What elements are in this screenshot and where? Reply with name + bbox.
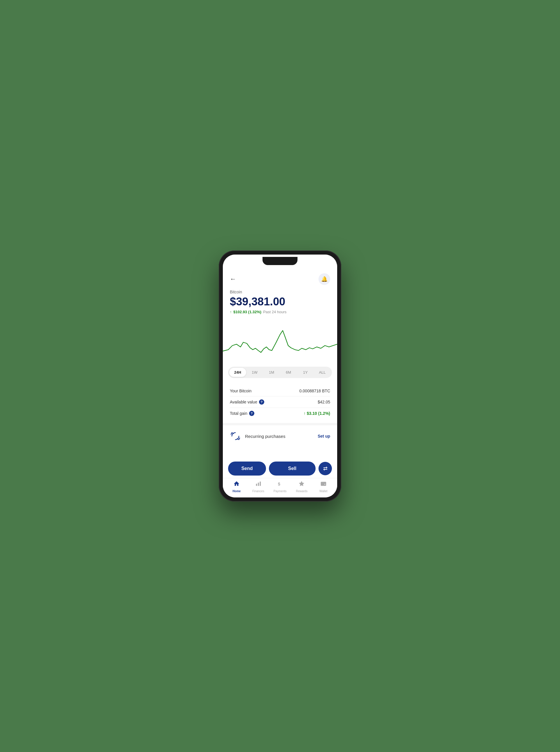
- change-amount: $102.93 (1.32%): [233, 310, 261, 314]
- recurring-section: Recurring purchases Set up: [223, 425, 337, 447]
- back-button[interactable]: ←: [230, 275, 236, 283]
- send-button[interactable]: Send: [228, 462, 266, 476]
- recurring-label: Recurring purchases: [245, 434, 285, 439]
- stat-row-bitcoin: Your Bitcoin 0.00088718 BTC: [230, 386, 330, 397]
- filter-1w[interactable]: 1W: [246, 368, 263, 377]
- spacer: [223, 447, 337, 459]
- bottom-nav: Home Finances $ Payments: [223, 478, 337, 498]
- section-divider: [223, 423, 337, 425]
- header: ← 🔔: [223, 267, 337, 288]
- price-value: $39,381.00: [230, 295, 330, 308]
- swap-button[interactable]: ⇄: [319, 462, 332, 475]
- available-text: Available value: [230, 400, 257, 404]
- finances-icon: [255, 481, 262, 489]
- stats-section: Your Bitcoin 0.00088718 BTC Available va…: [223, 383, 337, 423]
- sell-button[interactable]: Sell: [269, 462, 316, 476]
- svg-rect-4: [321, 482, 326, 486]
- swap-icon: ⇄: [323, 465, 327, 472]
- change-period: Past 24 hours: [263, 310, 286, 314]
- available-value: $42.05: [318, 400, 330, 404]
- nav-item-wallet[interactable]: Wallet: [313, 481, 334, 493]
- recurring-icon: [230, 430, 241, 442]
- gain-label: Total gain ?: [230, 411, 254, 416]
- nav-item-rewards[interactable]: Rewards: [291, 481, 313, 493]
- svg-rect-0: [256, 484, 257, 486]
- bell-icon: 🔔: [321, 276, 327, 282]
- phone-screen: ← 🔔 Bitcoin $39,381.00 ↑ $102.93 (1.32%)…: [223, 254, 337, 498]
- setup-button[interactable]: Set up: [318, 434, 330, 439]
- coin-name: Bitcoin: [230, 290, 330, 294]
- nav-rewards-label: Rewards: [296, 489, 307, 493]
- wallet-icon: [320, 481, 327, 489]
- nav-wallet-label: Wallet: [319, 489, 327, 493]
- bitcoin-value: 0.00088718 BTC: [299, 389, 330, 393]
- gain-text: Total gain: [230, 411, 247, 416]
- stat-row-gain: Total gain ? ↑ $3.10 (1.2%): [230, 408, 330, 419]
- rewards-icon: [298, 481, 305, 489]
- payments-icon: $: [277, 481, 283, 489]
- gain-value: ↑ $3.10 (1.2%): [304, 411, 330, 416]
- filter-all[interactable]: ALL: [314, 368, 331, 377]
- price-change: ↑ $102.93 (1.32%) Past 24 hours: [230, 310, 330, 314]
- gain-help-icon[interactable]: ?: [249, 411, 254, 416]
- filter-6m[interactable]: 6M: [280, 368, 297, 377]
- nav-finances-label: Finances: [252, 489, 264, 493]
- screen-content: ← 🔔 Bitcoin $39,381.00 ↑ $102.93 (1.32%)…: [223, 267, 337, 498]
- available-help-icon[interactable]: ?: [259, 399, 264, 405]
- filter-1y[interactable]: 1Y: [297, 368, 314, 377]
- available-label: Available value ?: [230, 399, 264, 405]
- svg-rect-2: [260, 482, 261, 486]
- bitcoin-label: Your Bitcoin: [230, 389, 252, 393]
- phone-frame: ← 🔔 Bitcoin $39,381.00 ↑ $102.93 (1.32%)…: [219, 250, 341, 502]
- price-section: Bitcoin $39,381.00 ↑ $102.93 (1.32%) Pas…: [223, 288, 337, 318]
- nav-home-label: Home: [233, 489, 241, 493]
- nav-payments-label: Payments: [274, 489, 286, 493]
- chart-svg: [223, 318, 337, 362]
- action-bar: Send Sell ⇄: [223, 459, 337, 478]
- nav-item-payments[interactable]: $ Payments: [269, 481, 291, 493]
- recurring-left: Recurring purchases: [230, 430, 285, 442]
- home-icon: [233, 481, 240, 489]
- svg-rect-1: [258, 483, 259, 486]
- svg-rect-5: [321, 483, 326, 483]
- price-chart: [223, 318, 337, 365]
- nav-item-finances[interactable]: Finances: [247, 481, 269, 493]
- status-bar: [223, 254, 337, 267]
- notification-button[interactable]: 🔔: [319, 273, 330, 285]
- nav-item-home[interactable]: Home: [226, 481, 247, 493]
- refresh-icon: [231, 431, 240, 441]
- filter-1m[interactable]: 1M: [263, 368, 280, 377]
- filter-24h[interactable]: 24H: [229, 368, 246, 377]
- svg-point-6: [324, 484, 325, 485]
- notch: [262, 257, 298, 265]
- stat-row-available: Available value ? $42.05: [230, 397, 330, 408]
- change-arrow-icon: ↑: [230, 310, 232, 314]
- time-filters: 24H 1W 1M 6M 1Y ALL: [228, 367, 332, 378]
- svg-text:$: $: [278, 482, 280, 486]
